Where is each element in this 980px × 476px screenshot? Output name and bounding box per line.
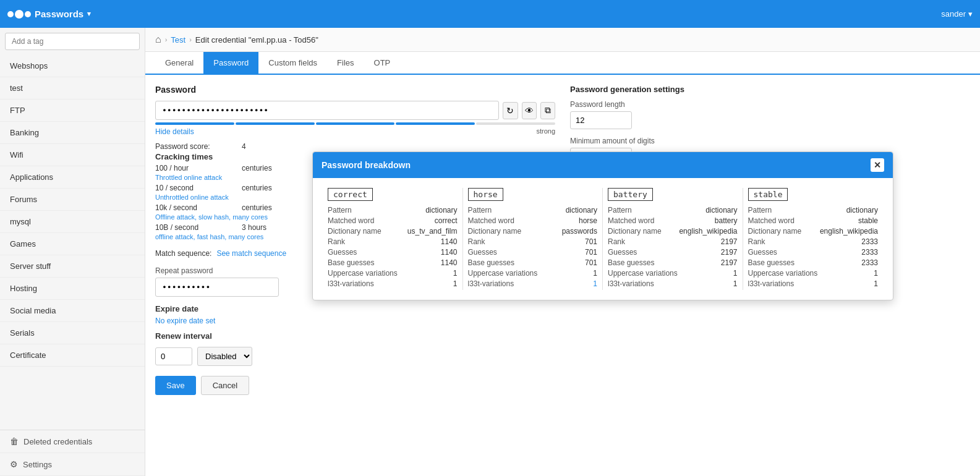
toggle-visibility-button[interactable]: 👁 — [522, 102, 537, 119]
popup-close-button[interactable]: ✕ — [871, 158, 884, 172]
password-breakdown-popup: Password breakdown ✕ correct Pattern dic… — [312, 151, 893, 300]
sidebar-bottom: 🗑 Deleted credentials ⚙ Settings — [0, 430, 145, 476]
deleted-credentials-label: Deleted credentials — [23, 437, 92, 446]
sidebar-search-container — [0, 28, 145, 55]
sidebar-item-serials[interactable]: Serials — [0, 322, 145, 344]
bd-key: Pattern — [328, 206, 352, 215]
gen-min-digits-label: Minimum amount of digits — [570, 137, 970, 145]
breakdown-col-horse: horse Pattern dictionary Matched word ho… — [463, 188, 603, 290]
breadcrumb-parent[interactable]: Test — [171, 35, 185, 45]
tab-custom-fields[interactable]: Custom fields — [258, 52, 327, 75]
sidebar-item-webshops[interactable]: Webshops — [0, 55, 145, 77]
attack-time-0: centuries — [242, 164, 272, 172]
renew-interval-input[interactable] — [155, 347, 192, 365]
search-input[interactable] — [5, 33, 140, 50]
strength-seg2 — [236, 122, 315, 125]
user-chevron: ▾ — [968, 9, 973, 19]
popup-title: Password breakdown — [322, 160, 411, 170]
renew-interval-label: Renew interval — [155, 331, 212, 341]
topbar-left: Passwords ▾ — [7, 9, 91, 19]
sidebar-item-ftp[interactable]: FTP — [0, 100, 145, 122]
cancel-button[interactable]: Cancel — [201, 376, 249, 395]
tab-otp[interactable]: OTP — [364, 52, 401, 75]
sidebar-item-settings[interactable]: ⚙ Settings — [0, 453, 145, 476]
sidebar-item-test[interactable]: test — [0, 77, 145, 100]
sidebar-item-social-media[interactable]: Social media — [0, 300, 145, 322]
attack-rate-2: 10k / second — [155, 203, 242, 212]
score-row: Password score: 4 — [155, 142, 555, 151]
sidebar-item-mysql[interactable]: mysql — [0, 211, 145, 233]
password-field[interactable] — [155, 101, 499, 120]
strength-seg3 — [316, 122, 395, 125]
breadcrumb-sep1: › — [165, 36, 168, 43]
word-badge-battery: battery — [608, 188, 653, 201]
strength-seg5 — [476, 122, 555, 125]
app-name: Passwords — [35, 9, 83, 19]
tabs-container: General Password Custom fields Files OTP — [145, 52, 980, 75]
gen-section-title: Password generation settings — [570, 85, 970, 94]
match-seq-link[interactable]: See match sequence — [216, 249, 286, 258]
strength-label: strong — [536, 127, 555, 136]
strength-bar — [155, 122, 555, 125]
logo-icon — [7, 10, 31, 19]
sidebar-item-wifi[interactable]: Wifi — [0, 144, 145, 166]
form-buttons: Save Cancel — [155, 376, 555, 395]
circle3 — [25, 11, 31, 17]
attack-time-3: 3 hours — [242, 223, 266, 232]
breakdown-row-correct-0: Pattern dictionary — [328, 206, 458, 215]
renew-interval-select[interactable]: Disabled — [197, 347, 252, 366]
popup-body: correct Pattern dictionary Matched word … — [313, 178, 893, 300]
gen-length-label: Password length — [570, 100, 970, 109]
strength-seg4 — [396, 122, 475, 125]
sidebar-item-banking[interactable]: Banking — [0, 122, 145, 144]
app-logo[interactable]: Passwords ▾ — [7, 9, 91, 19]
app-chevron: ▾ — [87, 10, 91, 18]
password-section-title: Password — [155, 85, 555, 95]
user-menu[interactable]: sander ▾ — [941, 9, 973, 19]
score-value: 4 — [242, 142, 246, 151]
gen-length-field: Password length — [570, 100, 970, 129]
sidebar-item-applications[interactable]: Applications — [0, 166, 145, 189]
refresh-password-button[interactable]: ↻ — [503, 102, 518, 119]
renew-interval-controls: Disabled — [155, 347, 555, 366]
breakdown-grid: correct Pattern dictionary Matched word … — [323, 188, 883, 290]
attack-rate-0: 100 / hour — [155, 164, 242, 172]
bd-val: dictionary — [425, 206, 457, 215]
repeat-password-field[interactable] — [155, 278, 279, 297]
breakdown-col-correct: correct Pattern dictionary Matched word … — [323, 188, 463, 290]
breakdown-col-battery: battery Pattern dictionary Matched word … — [603, 188, 743, 290]
breadcrumb-current: Edit credential "eml.pp.ua - Tod56" — [195, 35, 318, 45]
hide-details-link[interactable]: Hide details — [155, 127, 194, 136]
expire-date-section: Expire date No expire date set — [155, 304, 555, 325]
tab-general[interactable]: General — [155, 52, 203, 75]
match-seq-label: Match sequence: — [155, 249, 211, 258]
expire-date-link[interactable]: No expire date set — [155, 317, 215, 325]
home-icon[interactable]: ⌂ — [155, 34, 161, 45]
word-badge-stable: stable — [748, 188, 788, 201]
tab-password[interactable]: Password — [203, 52, 258, 75]
main-content: ⌂ › Test › Edit credential "eml.pp.ua - … — [145, 28, 980, 476]
sidebar-item-games[interactable]: Games — [0, 233, 145, 255]
tab-files[interactable]: Files — [327, 52, 364, 75]
sidebar-item-forums[interactable]: Forums — [0, 189, 145, 211]
username: sander — [941, 9, 966, 19]
strength-label-row: Hide details strong — [155, 127, 555, 136]
trash-icon: 🗑 — [10, 436, 19, 446]
word-badge-correct: correct — [328, 188, 373, 201]
sidebar-item-deleted-credentials[interactable]: 🗑 Deleted credentials — [0, 430, 145, 453]
attack-time-1: centuries — [242, 184, 272, 192]
sidebar-item-certificate[interactable]: Certificate — [0, 344, 145, 367]
sidebar-item-hosting[interactable]: Hosting — [0, 278, 145, 300]
breadcrumb: ⌂ › Test › Edit credential "eml.pp.ua - … — [145, 28, 980, 52]
sidebar: Webshops test FTP Banking Wifi Applicati… — [0, 28, 145, 476]
sidebar-item-server-stuff[interactable]: Server stuff — [0, 255, 145, 278]
attack-time-2: centuries — [242, 203, 272, 212]
gen-length-input[interactable] — [570, 111, 632, 129]
copy-password-button[interactable]: ⧉ — [540, 102, 555, 119]
strength-seg1 — [155, 122, 234, 125]
renew-interval-section: Renew interval — [155, 331, 555, 341]
breadcrumb-sep2: › — [189, 36, 192, 43]
breakdown-col-stable: stable Pattern dictionary Matched word s… — [743, 188, 884, 290]
attack-rate-3: 10B / second — [155, 223, 242, 232]
save-button[interactable]: Save — [155, 376, 196, 395]
